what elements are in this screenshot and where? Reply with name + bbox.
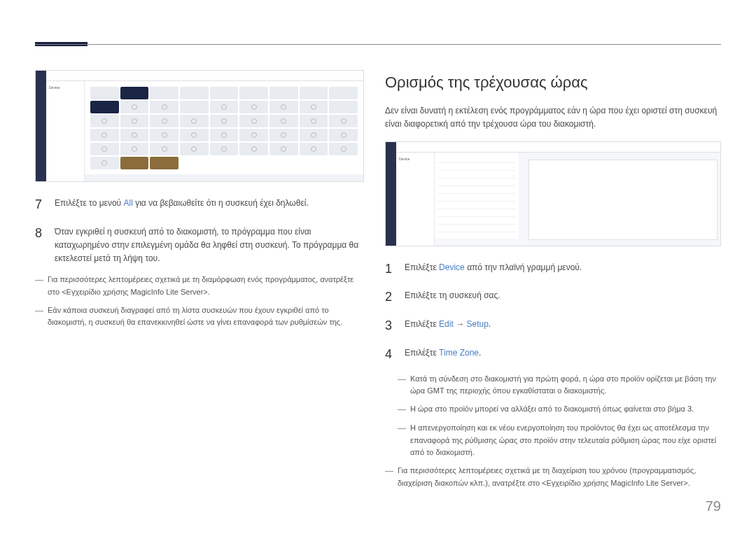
- step-text: Επιλέξτε Edit → Setup.: [405, 316, 491, 336]
- device-list: [435, 153, 519, 239]
- dash-icon: ―: [385, 465, 398, 489]
- note-r3: ―Η απενεργοποίηση και εκ νέου ενεργοποίη…: [398, 422, 721, 459]
- nav-title: Device: [399, 155, 431, 162]
- screenshot-sidebar: [386, 142, 396, 246]
- section-heading: Ορισμός της τρέχουσας ώρας: [385, 70, 721, 94]
- dash-icon: ―: [398, 422, 410, 459]
- step-text: Επιλέξτε Device από την πλαϊνή γραμμή με…: [405, 259, 582, 279]
- step-number: 7: [35, 195, 55, 215]
- dash-icon: ―: [398, 373, 410, 398]
- note-1: ― Για περισσότερες λεπτομέρειες σχετικά …: [35, 274, 364, 298]
- header-divider: [35, 44, 721, 45]
- screenshot-header: [46, 71, 363, 81]
- step-text: Επιλέξτε το μενού All για να βεβαιωθείτε…: [55, 195, 309, 215]
- dash-icon: ―: [398, 403, 410, 416]
- dash-icon: ―: [35, 274, 48, 298]
- step-number: 1: [385, 259, 405, 279]
- step-text: Όταν εγκριθεί η συσκευή από το διακομιστ…: [55, 223, 364, 266]
- screenshot-nav-panel: Device: [396, 153, 435, 246]
- timezone-link: Time Zone: [439, 348, 479, 358]
- screenshot-nav-panel: Device: [46, 81, 85, 181]
- step-2: 2 Επιλέξτε τη συσκευή σας.: [385, 287, 721, 307]
- page-number: 79: [706, 495, 721, 517]
- screenshot-header: [396, 142, 720, 153]
- step-4: 4 Επιλέξτε Time Zone.: [385, 344, 721, 365]
- step-number: 3: [385, 316, 405, 336]
- device-link: Device: [439, 262, 465, 272]
- step-number: 4: [385, 344, 405, 365]
- note-r2: ―Η ώρα στο προϊόν μπορεί να αλλάξει από …: [398, 403, 721, 416]
- screenshot-device-grid: Device: [35, 70, 364, 182]
- note-2: ― Εάν κάποια συσκευή διαγραφεί από τη λί…: [35, 304, 364, 329]
- dash-icon: ―: [35, 304, 48, 329]
- step-1: 1 Επιλέξτε Device από την πλαϊνή γραμμή …: [385, 259, 721, 279]
- setup-panel: [528, 160, 718, 240]
- right-column: Ορισμός της τρέχουσας ώρας Δεν είναι δυν…: [385, 70, 721, 495]
- screenshot-device-setup: Device: [385, 141, 721, 246]
- step-8: 8 Όταν εγκριθεί η συσκευή από το διακομι…: [35, 223, 364, 266]
- setup-link: Setup: [466, 319, 488, 329]
- note-r1: ―Κατά τη σύνδεση στο διακομιστή για πρώτ…: [398, 373, 721, 398]
- left-column: Device 7 Επιλέξτε το μενού All για να βε…: [35, 70, 364, 335]
- all-link: All: [124, 198, 133, 208]
- step-3: 3 Επιλέξτε Edit → Setup.: [385, 316, 721, 336]
- section-intro: Δεν είναι δυνατή η εκτέλεση ενός προγράμ…: [385, 104, 721, 131]
- nav-title: Device: [49, 84, 81, 91]
- edit-link: Edit: [439, 319, 454, 329]
- thumbnail-grid: [88, 84, 360, 172]
- note-r4: ―Για περισσότερες λεπτομέρειες σχετικά μ…: [385, 465, 721, 489]
- screenshot-sidebar: [36, 71, 46, 181]
- step-7: 7 Επιλέξτε το μενού All για να βεβαιωθεί…: [35, 195, 364, 215]
- step-number: 2: [385, 287, 405, 307]
- step-text: Επιλέξτε Time Zone.: [405, 344, 481, 365]
- step-number: 8: [35, 223, 55, 266]
- screenshot-main-area: [85, 81, 363, 174]
